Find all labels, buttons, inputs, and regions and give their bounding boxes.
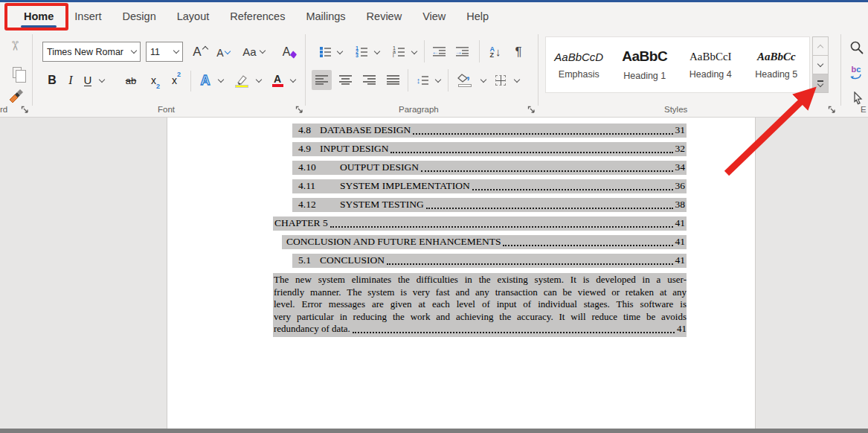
- chevron-down-icon: [411, 48, 417, 54]
- document-canvas[interactable]: 4.8DATABASE DESIGN314.9INPUT DESIGN324.1…: [0, 118, 868, 433]
- justify-icon: [387, 75, 399, 85]
- chevron-down-icon: [256, 76, 262, 82]
- tab-label: Mailings: [306, 10, 345, 22]
- styles-scroll-down-button[interactable]: [812, 56, 829, 74]
- subscript-base: x: [151, 74, 156, 86]
- italic-button[interactable]: I: [62, 71, 79, 90]
- font-color-label: A: [274, 74, 281, 83]
- clear-formatting-label: A: [283, 45, 291, 59]
- styles-scroll-up-button[interactable]: [812, 36, 829, 56]
- tab-layout[interactable]: Layout: [167, 2, 220, 30]
- group-separator: [538, 34, 539, 106]
- group-separator: [305, 34, 306, 106]
- borders-dropdown[interactable]: [512, 73, 522, 88]
- font-color-button[interactable]: A: [268, 69, 287, 92]
- font-dialog-launcher[interactable]: [295, 106, 304, 115]
- sort-button[interactable]: AZ ↓: [484, 42, 507, 62]
- find-button[interactable]: [846, 37, 867, 58]
- format-painter-button[interactable]: [4, 86, 27, 106]
- tab-help[interactable]: Help: [456, 2, 499, 30]
- chevron-down-icon: [480, 76, 486, 82]
- copy-button[interactable]: [7, 62, 27, 82]
- text-effects-icon: A: [201, 73, 210, 89]
- style-heading-4[interactable]: AaBbCcI Heading 4: [678, 37, 744, 92]
- chevron-down-icon: [514, 76, 520, 82]
- align-left-button[interactable]: [312, 70, 332, 90]
- styles-more-button[interactable]: [812, 74, 829, 93]
- tab-mailings[interactable]: Mailings: [295, 2, 356, 30]
- font-name-value: Times New Romar: [47, 47, 123, 57]
- shrink-font-button[interactable]: A: [213, 43, 234, 62]
- selected-paragraph: The new system eliminates the difficulti…: [273, 273, 687, 337]
- tab-review[interactable]: Review: [356, 2, 413, 30]
- superscript-base: x: [172, 74, 177, 86]
- text-effects-button[interactable]: A: [195, 71, 216, 90]
- strikethrough-button[interactable]: ab: [120, 71, 141, 90]
- justify-button[interactable]: [383, 70, 403, 90]
- style-preview: AaBbCc: [757, 51, 796, 63]
- highlight-button[interactable]: [231, 69, 253, 92]
- search-icon: [849, 40, 864, 55]
- font-size-combobox[interactable]: 11: [146, 42, 183, 62]
- tab-view[interactable]: View: [412, 2, 456, 30]
- tab-references[interactable]: References: [219, 2, 295, 30]
- borders-button[interactable]: [491, 70, 510, 90]
- bullets-dropdown[interactable]: [335, 45, 345, 60]
- decrease-indent-button[interactable]: ←: [429, 42, 449, 62]
- numbering-button[interactable]: 123: [351, 42, 372, 62]
- font-color-bar: [272, 84, 283, 87]
- superscript-button[interactable]: x2: [167, 71, 186, 90]
- subscript-button[interactable]: x2: [146, 71, 165, 90]
- styles-dialog-launcher[interactable]: [828, 106, 837, 115]
- shading-button[interactable]: [454, 68, 476, 92]
- shading-dropdown[interactable]: [478, 73, 489, 88]
- tab-home[interactable]: Home: [13, 2, 64, 30]
- increase-indent-button[interactable]: →: [452, 42, 472, 62]
- style-emphasis[interactable]: AaBbCcD Emphasis: [546, 37, 612, 92]
- text-effects-dropdown[interactable]: [216, 73, 226, 88]
- mini-separator: [479, 40, 480, 62]
- underline-dropdown[interactable]: [97, 73, 107, 88]
- mini-separator: [448, 69, 449, 92]
- align-right-icon: [363, 75, 376, 85]
- chevron-down-icon: [173, 48, 179, 54]
- grow-font-button[interactable]: A: [189, 42, 211, 62]
- chevron-down-icon: [131, 48, 137, 54]
- multilevel-dropdown[interactable]: [409, 45, 419, 60]
- style-heading-5[interactable]: AaBbCc Heading 5: [744, 37, 810, 92]
- change-case-button[interactable]: Aa: [238, 42, 269, 62]
- line-spacing-icon: ↕: [417, 75, 429, 86]
- tab-insert[interactable]: Insert: [64, 2, 112, 30]
- align-center-button[interactable]: [335, 70, 356, 90]
- clear-formatting-button[interactable]: A: [279, 42, 300, 62]
- underline-button[interactable]: U: [79, 71, 97, 90]
- sort-icon: AZ ↓: [490, 45, 501, 58]
- bullets-button[interactable]: [315, 42, 335, 62]
- highlight-color-bar: [235, 85, 248, 88]
- line-spacing-button[interactable]: ↕: [412, 70, 433, 90]
- font-color-dropdown[interactable]: [288, 73, 298, 88]
- highlighter-icon: [235, 74, 248, 85]
- multilevel-list-button[interactable]: 1ai: [388, 42, 409, 62]
- font-name-combobox[interactable]: Times New Romar: [42, 42, 141, 62]
- mini-separator: [408, 69, 408, 92]
- style-heading-1[interactable]: AaBbC Heading 1: [612, 37, 678, 92]
- highlight-dropdown[interactable]: [254, 73, 264, 88]
- replace-icon: bc: [852, 65, 861, 73]
- numbered-list-icon: 123: [356, 46, 367, 57]
- group-separator: [840, 34, 841, 106]
- bold-button[interactable]: B: [43, 71, 61, 90]
- document-page[interactable]: 4.8DATABASE DESIGN314.9INPUT DESIGN324.1…: [167, 118, 756, 429]
- line-spacing-dropdown[interactable]: [433, 73, 443, 88]
- tab-design[interactable]: Design: [112, 2, 167, 30]
- toc-row: 4.9INPUT DESIGN32: [273, 141, 687, 159]
- align-right-button[interactable]: [359, 70, 379, 90]
- replace-button[interactable]: bc: [845, 62, 867, 83]
- numbering-dropdown[interactable]: [372, 45, 382, 60]
- clipboard-dialog-launcher[interactable]: [21, 106, 30, 115]
- multilevel-glyphs: 1ai: [393, 46, 396, 57]
- cut-button[interactable]: ✂: [6, 36, 25, 55]
- show-hide-marks-button[interactable]: ¶: [510, 42, 527, 62]
- paragraph-dialog-launcher[interactable]: [527, 106, 536, 115]
- style-preview: AaBbC: [622, 48, 667, 65]
